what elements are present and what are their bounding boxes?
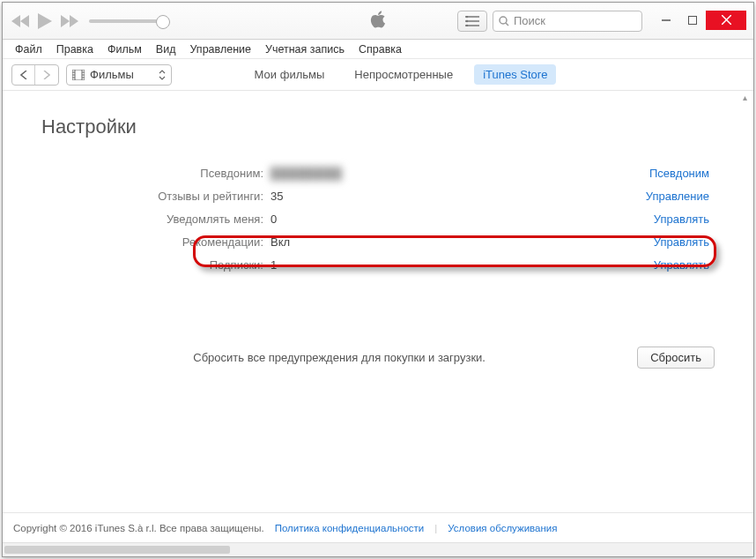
footer: Copyright © 2016 iTunes S.à r.l. Все пра… [3,512,753,542]
row-notify: Уведомлять меня: 0 Управлять [41,207,715,230]
page-title: Настройки [41,116,715,138]
row-value: 1 [271,258,277,272]
row-value: 0 [271,212,277,226]
row-label: Псевдоним: [41,167,271,180]
menu-account[interactable]: Учетная запись [258,41,352,57]
media-selector[interactable]: Фильмы [66,64,172,86]
list-view-button[interactable] [457,11,487,32]
film-icon [72,70,85,80]
window-controls [653,11,746,30]
row-label: Подписки: [41,258,271,272]
row-label: Рекомендации: [41,235,271,249]
prev-button[interactable] [11,15,29,27]
media-selector-label: Фильмы [90,68,134,81]
updown-icon [159,70,166,80]
title-bar: Поиск [3,3,753,40]
svg-point-3 [500,17,507,24]
back-button[interactable] [12,65,35,85]
row-reviews: Отзывы и рейтинги: 35 Управление [41,184,715,207]
row-value: Вкл [271,235,290,249]
svg-point-0 [466,16,468,18]
svg-point-2 [466,24,468,26]
row-value: ████████ [271,167,343,180]
row-subscriptions: Подписки: 1 Управлять [41,253,715,276]
footer-terms-link[interactable]: Условия обслуживания [448,523,557,533]
menu-edit[interactable]: Правка [49,41,100,57]
tab-unwatched[interactable]: Непросмотренные [345,64,462,85]
footer-privacy-link[interactable]: Политика конфиденциальности [275,523,425,533]
play-button[interactable] [38,13,52,29]
reset-area: Сбросить все предупреждения для покупки … [41,347,715,369]
row-label: Уведомлять меня: [41,212,271,226]
apple-logo-icon [369,9,387,33]
subscriptions-action[interactable]: Управлять [654,258,715,272]
nickname-action[interactable]: Псевдоним [649,167,715,180]
menu-help[interactable]: Справка [352,41,409,57]
scroll-up-button[interactable]: ▴ [738,91,752,104]
app-window: Поиск Файл Правка Фильм Вид Управление У… [2,2,754,557]
svg-point-1 [466,19,468,21]
reset-text: Сбросить все предупреждения для покупки … [41,351,637,364]
row-recommendations: Рекомендации: Вкл Управлять [41,230,715,253]
content-area: ▴ Настройки Псевдоним: ████████ Псевдони… [3,91,753,512]
search-input[interactable]: Поиск [493,11,642,32]
maximize-button[interactable] [679,11,706,30]
menu-view[interactable]: Вид [149,41,183,57]
row-nickname: Псевдоним: ████████ Псевдоним [41,161,715,184]
menu-movie[interactable]: Фильм [100,41,149,57]
settings-list: Псевдоним: ████████ Псевдоним Отзывы и р… [41,161,715,276]
footer-copyright: Copyright © 2016 iTunes S.à r.l. Все пра… [13,523,264,533]
reviews-action[interactable]: Управление [646,190,715,203]
title-right-controls: Поиск [457,11,746,32]
row-value: 35 [271,190,283,203]
svg-line-4 [506,23,508,26]
horizontal-scrollbar[interactable] [3,542,753,556]
forward-button[interactable] [35,65,58,85]
reset-button[interactable]: Сбросить [637,347,715,369]
minimize-button[interactable] [653,11,679,30]
row-label: Отзывы и рейтинги: [41,190,271,203]
close-button[interactable] [706,11,746,30]
svg-rect-6 [689,16,697,24]
tabs: Мои фильмы Непросмотренные iTunes Store [246,64,557,85]
playback-controls [11,13,78,29]
recommendations-action[interactable]: Управлять [654,235,715,249]
search-icon [499,16,509,26]
volume-slider[interactable] [89,19,164,23]
nav-buttons [11,64,59,86]
tab-my-movies[interactable]: Мои фильмы [246,64,334,85]
toolbar: Фильмы Мои фильмы Непросмотренные iTunes… [3,59,753,91]
next-button[interactable] [61,15,78,27]
menu-file[interactable]: Файл [8,41,49,57]
notify-action[interactable]: Управлять [654,212,715,226]
menu-bar: Файл Правка Фильм Вид Управление Учетная… [3,40,753,59]
tab-itunes-store[interactable]: iTunes Store [474,64,556,85]
menu-controls[interactable]: Управление [182,41,258,57]
search-placeholder: Поиск [514,14,545,27]
